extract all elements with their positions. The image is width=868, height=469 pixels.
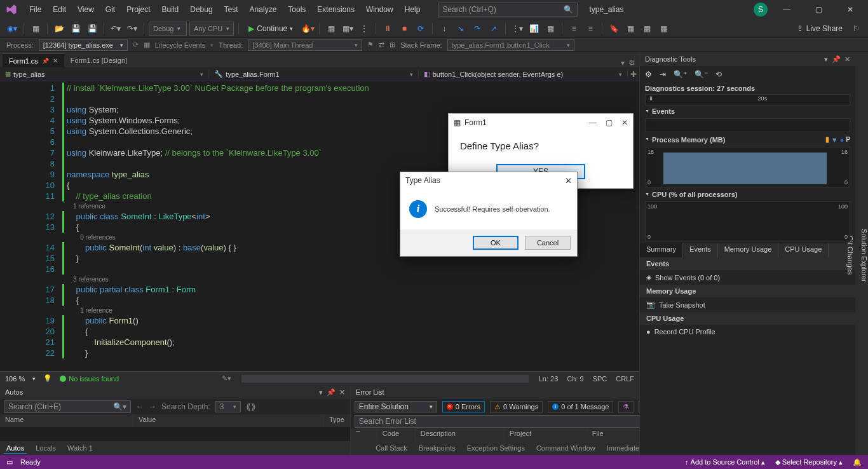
diag-timeline[interactable]: ⏸ 20s [645, 94, 850, 105]
search-input[interactable]: Search (Ctrl+Q) 🔍 [438, 3, 578, 17]
memory-hdr[interactable]: Process Memory (MB) ▮▼●P [640, 133, 855, 146]
lifecycle-label[interactable]: Lifecycle Events [155, 41, 205, 49]
split-icon[interactable]: ✚ [628, 70, 639, 79]
menu-test[interactable]: Test [219, 3, 243, 17]
menu-debug[interactable]: Debug [185, 3, 217, 17]
col-desc[interactable]: Description [416, 428, 505, 441]
tool-icon[interactable]: ▦ [640, 22, 654, 36]
col-name[interactable]: Name [0, 414, 133, 427]
close-button[interactable]: ✕ [565, 176, 572, 186]
tab-solution-explorer[interactable]: Solution Explorer [860, 229, 868, 282]
tool-icon[interactable]: 🔖 [607, 22, 621, 36]
tool-icon[interactable]: 📊 [527, 22, 541, 36]
tool-icon[interactable]: ≡ [583, 22, 597, 36]
tab-form1-design[interactable]: Form1.cs [Design] [64, 53, 133, 67]
pin-icon[interactable]: 📌 [327, 388, 336, 397]
tool-icon[interactable]: ⋮▾ [510, 22, 524, 36]
events-graph[interactable] [645, 118, 850, 132]
platform-dropdown[interactable]: Any CPU [189, 22, 234, 36]
gear-icon[interactable]: ⚙ [628, 58, 635, 67]
brush-icon[interactable]: ✎▾ [222, 374, 231, 383]
close-icon[interactable]: ✕ [53, 57, 58, 64]
spc-indicator[interactable]: SPC [593, 375, 607, 383]
config-dropdown[interactable]: Debug [149, 22, 187, 36]
col-code[interactable]: Code [377, 428, 416, 441]
tab-cpu[interactable]: CPU Usage [778, 243, 829, 257]
menu-window[interactable]: Window [361, 3, 398, 17]
zoom-level[interactable]: 106 % [5, 375, 25, 383]
tool-icon[interactable]: ⇥ [660, 70, 666, 79]
tab-exceptions[interactable]: Exception Settings [465, 443, 527, 453]
tab-watch1[interactable]: Watch 1 [65, 443, 95, 453]
reset-icon[interactable]: ⟲ [715, 70, 722, 79]
nav-class[interactable]: 🔧type_alias.Form1 [209, 70, 418, 78]
tab-callstack[interactable]: Call Stack [373, 443, 410, 453]
errors-badge[interactable]: ✕0 Errors [442, 401, 485, 412]
menu-project[interactable]: Project [121, 3, 155, 17]
close-icon[interactable]: ✕ [844, 55, 850, 64]
close-button[interactable]: ✕ [621, 118, 628, 127]
col-type[interactable]: Type [324, 414, 350, 427]
zoom-in-icon[interactable]: 🔍⁺ [674, 70, 687, 79]
messages-badge[interactable]: i0 of 1 Message [548, 401, 613, 412]
tab-events[interactable]: Events [683, 243, 718, 257]
repo-button[interactable]: ◆ Select Repository ▴ [775, 458, 843, 466]
bell-icon[interactable]: 🔔 [853, 458, 862, 466]
tool-icon[interactable]: ▦ [656, 22, 670, 36]
events-hdr[interactable]: Events [640, 105, 855, 117]
close-icon[interactable]: ✕ [339, 388, 345, 397]
col-icon[interactable]: ⁗ [351, 428, 377, 441]
cancel-button[interactable]: Cancel [525, 236, 571, 250]
pin-icon[interactable]: 📌 [832, 55, 841, 64]
nav-member[interactable]: ◧button1_Click(object sender, EventArgs … [419, 70, 628, 78]
undo-button[interactable]: ↶▾ [109, 22, 123, 36]
thread-dropdown[interactable]: [3408] Main Thread [248, 39, 362, 51]
col-value[interactable]: Value [133, 414, 324, 427]
avatar[interactable]: S [754, 3, 768, 17]
step-over-button[interactable]: ↷ [470, 22, 484, 36]
minimize-button[interactable]: — [589, 118, 597, 127]
menu-extensions[interactable]: Extensions [312, 3, 360, 17]
save-all-button[interactable]: 💾 [85, 22, 99, 36]
depth-dropdown[interactable]: 3 [215, 401, 241, 412]
restart-button[interactable]: ⟳ [414, 22, 428, 36]
tab-form1cs[interactable]: Form1.cs 📌 ✕ [3, 53, 64, 67]
issues-status[interactable]: No issues found [60, 375, 119, 383]
pause-button[interactable]: ⏸ [381, 22, 395, 36]
tab-memory[interactable]: Memory Usage [718, 243, 779, 257]
chevron-down-icon[interactable]: ▾ [319, 388, 323, 397]
continue-button[interactable]: ▶ Continue ▾ [243, 22, 298, 36]
tool-icon[interactable]: ▦ [324, 22, 338, 36]
hot-reload-button[interactable]: 🔥▾ [301, 22, 315, 36]
show-events-link[interactable]: ◈Show Events (0 of 0) [640, 270, 855, 285]
maximize-button[interactable]: ▢ [806, 1, 831, 18]
output-icon[interactable]: ▭ [6, 458, 13, 466]
menu-edit[interactable]: Edit [48, 3, 71, 17]
menu-view[interactable]: View [72, 3, 99, 17]
open-button[interactable]: 📂 [52, 22, 66, 36]
close-button[interactable]: ✕ [837, 1, 863, 18]
step-out-button[interactable]: ↗ [487, 22, 501, 36]
stop-button[interactable]: ■ [397, 22, 411, 36]
autos-search[interactable]: Search (Ctrl+E)🔍▾ [4, 400, 131, 413]
tool-icon[interactable]: ▦ [623, 22, 637, 36]
eol-indicator[interactable]: CRLF [616, 375, 634, 383]
pin-icon[interactable]: 📌 [42, 58, 49, 64]
lightbulb-icon[interactable]: 💡 [43, 374, 52, 383]
gear-icon[interactable]: ⚙ [645, 70, 652, 79]
warnings-badge[interactable]: ⚠0 Warnings [490, 401, 543, 413]
line-indicator[interactable]: Ln: 23 [539, 375, 559, 383]
new-button[interactable]: ▦ [29, 22, 43, 36]
feedback-icon[interactable]: ⚐ [849, 22, 863, 36]
tab-summary[interactable]: Summary [640, 243, 683, 257]
filter-icon-badge[interactable]: ⚗ [618, 401, 634, 413]
ok-button[interactable]: OK [473, 236, 519, 250]
source-control-button[interactable]: ↑ Add to Source Control ▴ [685, 458, 765, 466]
nav-project[interactable]: ⊞type_alias [0, 70, 209, 78]
menu-git[interactable]: Git [100, 3, 120, 17]
zoom-out-icon[interactable]: 🔍⁻ [695, 70, 708, 79]
cpu-graph[interactable]: 100 0 100 0 [645, 201, 850, 242]
step-into-button[interactable]: ↘ [454, 22, 468, 36]
live-share-button[interactable]: ⇪ Live Share [797, 24, 843, 33]
tool-icon[interactable]: ▦▾ [341, 22, 355, 36]
